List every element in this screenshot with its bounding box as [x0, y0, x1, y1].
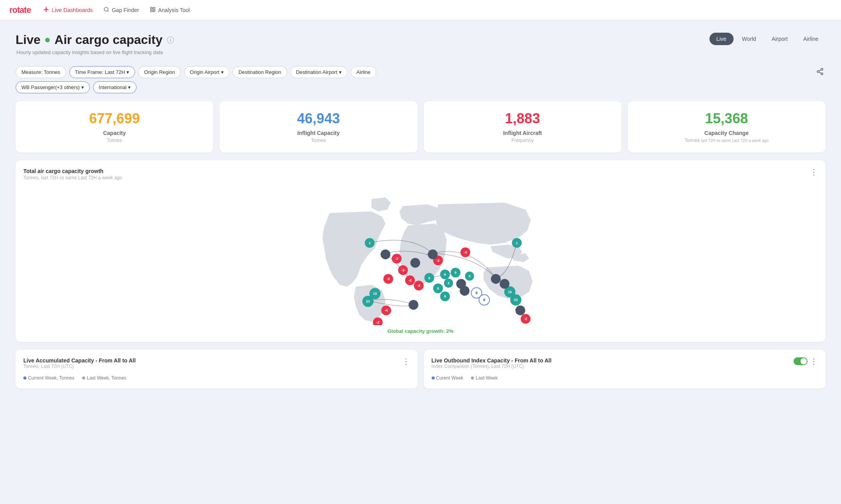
accumulated-legend: Current Week, Tonnes Last Week, Tonnes — [23, 375, 410, 381]
tab-airport[interactable]: Airport — [765, 33, 795, 45]
nav-item-gap-finder[interactable]: Gap Finder — [104, 7, 139, 14]
logo[interactable]: rotate — [9, 5, 31, 15]
filter-timeframe[interactable]: Time Frame: Last 72H ▾ — [69, 66, 135, 78]
node-group-5[interactable]: -2 — [383, 274, 393, 284]
node-hub-9[interactable] — [409, 300, 418, 310]
svg-text:-2: -2 — [436, 259, 439, 262]
page-subtitle: Hourly updated capacity insights based o… — [16, 49, 174, 55]
page-header: Live Air cargo capacity i Hourly updated… — [16, 33, 825, 55]
svg-text:1: 1 — [516, 241, 518, 245]
tab-world[interactable]: World — [735, 33, 763, 45]
node-group-14[interactable]: 5 — [424, 273, 434, 283]
bottom-card-outbound-subtitle: Index Comparison (Tonnes), Last 72H (UTC… — [432, 364, 552, 369]
bottom-card-outbound: Live Outbound Index Capacity - From All … — [424, 350, 826, 388]
filter-measure-label: Measure: Tonnes — [21, 69, 60, 75]
svg-line-9 — [819, 72, 821, 73]
node-hub-8[interactable] — [515, 306, 525, 315]
nav-item-analysis-tool[interactable]: Analysis Tool — [150, 7, 190, 14]
world-map-bg — [323, 198, 533, 322]
svg-rect-2 — [151, 7, 152, 9]
svg-rect-5 — [153, 10, 155, 11]
svg-point-59 — [410, 258, 420, 268]
bottom-card-accumulated-subtitle: Tonnes, Last 72H (UTC) — [23, 364, 136, 369]
node-group-3[interactable]: -2 — [392, 254, 402, 263]
page-title-area: Live Air cargo capacity i Hourly updated… — [16, 33, 174, 55]
nav-item-live-dashboards[interactable]: Live Dashboards — [43, 6, 93, 14]
svg-point-8 — [821, 73, 823, 75]
map-card-header: Total air cargo capacity growth Tonnes, … — [23, 168, 818, 180]
map-card-subtitle: Tonnes, last 72H vs same Last 72H a week… — [23, 175, 122, 180]
filter-airline[interactable]: Airline — [351, 66, 376, 78]
node-group-19[interactable]: 9 — [440, 292, 450, 301]
filter-measure[interactable]: Measure: Tonnes — [16, 66, 66, 78]
global-growth-value: 2% — [446, 328, 454, 334]
node-hub-7[interactable] — [500, 279, 509, 289]
svg-text:23: 23 — [366, 299, 370, 303]
logo-text-main: rotat — [9, 5, 26, 15]
filter-wb-passenger[interactable]: WB Passenger(+3 others) ▾ — [16, 81, 90, 93]
navbar: rotate Live Dashboards Gap Finder Analys… — [0, 0, 841, 20]
filter-origin-region[interactable]: Origin Region — [138, 66, 181, 78]
nav-label-analysis-tool: Analysis Tool — [158, 7, 190, 13]
svg-text:-2: -2 — [524, 317, 527, 321]
node-group-18[interactable]: 5 — [433, 284, 443, 293]
live-indicator-dot — [45, 38, 50, 42]
outbound-toggle-area: ⋮ — [794, 357, 818, 365]
chevron-down-icon: ▾ — [126, 69, 129, 75]
node-group-10[interactable]: -3 — [460, 247, 470, 257]
global-growth-label: Global capacity growth: 2% — [23, 328, 818, 334]
node-hub-2[interactable] — [410, 258, 420, 268]
svg-point-63 — [491, 274, 500, 284]
map-more-options-button[interactable]: ⋮ — [810, 168, 818, 176]
tab-live[interactable]: Live — [709, 33, 734, 45]
node-hub-5[interactable] — [460, 286, 469, 296]
node-group-7[interactable]: 23 — [362, 296, 374, 307]
node-group-34[interactable]: -2 — [521, 314, 530, 324]
info-icon[interactable]: i — [167, 37, 174, 44]
bottom-card-accumulated-title-area: Live Accumulated Capacity - From All to … — [23, 357, 136, 369]
node-group-32[interactable]: 23 — [510, 294, 521, 306]
stats-row: 677,699 Capacity Tonnes 46,943 Inflight … — [16, 101, 825, 152]
filter-origin-airport-label: Origin Airport — [190, 69, 219, 75]
node-group-35[interactable]: 1 — [512, 238, 521, 248]
outbound-legend-current-dot — [432, 376, 435, 380]
world-map[interactable]: 1 19 23 5 6 — [23, 185, 818, 325]
svg-text:2: 2 — [448, 281, 449, 285]
node-group-4[interactable]: -3 — [398, 265, 408, 275]
node-hub-3[interactable] — [428, 250, 437, 259]
plane-icon — [43, 6, 49, 14]
bottom-card-outbound-title: Live Outbound Index Capacity - From All … — [432, 357, 552, 364]
node-group-25[interactable]: 4 — [465, 271, 474, 280]
node-hub-6[interactable] — [491, 274, 500, 284]
outbound-legend-last-dot — [471, 376, 474, 380]
grid-icon — [150, 7, 156, 14]
filter-destination-region[interactable]: Destination Region — [233, 66, 287, 78]
node-hub-1[interactable] — [381, 250, 390, 259]
node-group-16[interactable]: 6 — [440, 270, 450, 279]
share-button[interactable] — [815, 66, 825, 78]
filter-international-label: International ▾ — [99, 84, 131, 90]
bottom-card-accumulated: Live Accumulated Capacity - From All to … — [16, 350, 418, 388]
bottom-card-accumulated-more-button[interactable]: ⋮ — [402, 357, 410, 365]
node-group-17[interactable]: 2 — [444, 278, 453, 287]
svg-line-10 — [819, 70, 821, 71]
nav-items: Live Dashboards Gap Finder Analysis Tool — [43, 6, 190, 14]
chevron-down-icon-3: ▾ — [339, 69, 342, 75]
filter-international[interactable]: International ▾ — [93, 81, 137, 93]
filter-origin-airport[interactable]: Origin Airport ▾ — [184, 66, 230, 78]
node-zero-2[interactable]: 0 — [479, 295, 490, 305]
outbound-toggle[interactable] — [794, 357, 808, 365]
stat-card-inflight-aircraft: 1,883 Inflight Aircraft Frequency — [424, 101, 622, 152]
node-group-13[interactable]: -2 — [414, 281, 423, 290]
bottom-card-accumulated-header: Live Accumulated Capacity - From All to … — [23, 357, 410, 369]
stat-number-capacity: 677,699 — [26, 110, 202, 127]
node-group-20[interactable]: 5 — [451, 268, 460, 277]
logo-text-e: e — [26, 5, 31, 15]
filter-destination-airport[interactable]: Destination Airport ▾ — [290, 66, 348, 78]
tab-airline[interactable]: Airline — [796, 33, 825, 45]
node-group-8[interactable]: -4 — [381, 306, 391, 315]
node-group-1[interactable]: 1 — [365, 238, 374, 248]
stat-label-capacity-change: Capacity Change — [639, 130, 815, 136]
node-group-11[interactable]: -2 — [405, 275, 415, 285]
bottom-card-outbound-more-button[interactable]: ⋮ — [810, 357, 818, 365]
